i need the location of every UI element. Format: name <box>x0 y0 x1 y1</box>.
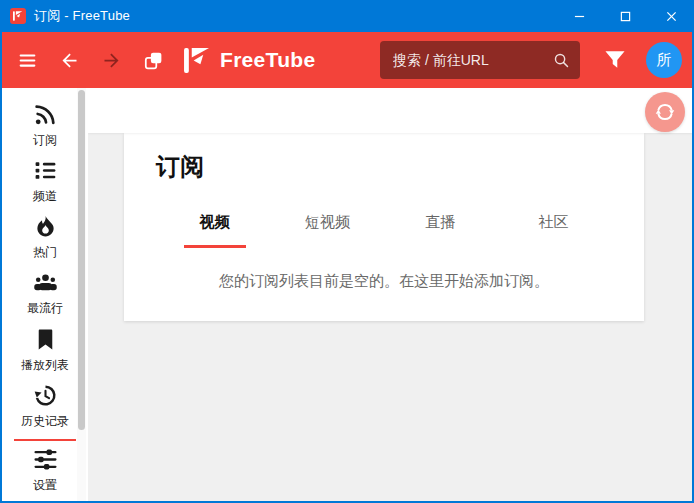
rss-icon <box>33 102 58 127</box>
funnel-icon <box>604 50 626 70</box>
sidebar: 订阅 频道 热门 最流行 播放列表 历史记录 <box>2 88 88 501</box>
clone-icon <box>143 50 164 71</box>
sidebar-item-subscriptions[interactable]: 订阅 <box>2 100 88 156</box>
subscription-tabs: 视频 短视频 直播 社区 <box>158 209 610 248</box>
maximize-button[interactable] <box>602 0 648 32</box>
sidebar-item-label: 播放列表 <box>21 357 69 374</box>
sidebar-item-channels[interactable]: 频道 <box>2 156 88 212</box>
users-icon <box>33 270 58 295</box>
arrow-left-icon <box>59 50 80 71</box>
list-icon <box>33 158 58 183</box>
sidebar-item-most-popular[interactable]: 最流行 <box>2 268 88 324</box>
fire-icon <box>33 214 58 239</box>
sidebar-item-playlists[interactable]: 播放列表 <box>2 325 88 381</box>
filter-button[interactable] <box>598 43 632 77</box>
minimize-button[interactable] <box>556 0 602 32</box>
sidebar-item-trending[interactable]: 热门 <box>2 212 88 268</box>
sidebar-item-label: 订阅 <box>33 132 57 149</box>
profile-button[interactable]: 所 <box>646 42 682 78</box>
search-input[interactable] <box>393 52 553 68</box>
refresh-icon <box>655 102 675 122</box>
logo-text: FreeTube <box>220 48 315 72</box>
tab-videos[interactable]: 视频 <box>158 209 271 248</box>
sidebar-item-label: 热门 <box>33 244 57 261</box>
tab-community[interactable]: 社区 <box>497 209 610 248</box>
sidebar-item-history[interactable]: 历史记录 <box>2 381 88 437</box>
hamburger-icon <box>17 50 38 71</box>
back-button[interactable] <box>52 43 86 77</box>
sidebar-item-label: 设置 <box>33 477 57 494</box>
menu-toggle-button[interactable] <box>10 43 44 77</box>
new-window-button[interactable] <box>136 43 170 77</box>
empty-subscriptions-message: 您的订阅列表目前是空的。在这里开始添加订阅。 <box>124 272 644 291</box>
toolbar: FreeTube 所 <box>0 32 694 88</box>
search-box[interactable] <box>380 41 580 79</box>
app-logo-icon <box>10 8 26 24</box>
subscriptions-card: 订阅 视频 短视频 直播 社区 您的订阅列表目前是空的。在这里开始添加订阅。 <box>124 133 644 321</box>
app-body: 订阅 频道 热门 最流行 播放列表 历史记录 <box>2 88 692 501</box>
sidebar-item-label: 历史记录 <box>21 413 69 430</box>
sliders-icon <box>33 447 58 472</box>
freetube-logo[interactable]: FreeTube <box>184 48 315 73</box>
window-title: 订阅 - FreeTube <box>34 7 130 25</box>
sidebar-divider <box>14 439 76 441</box>
refresh-subscriptions-button[interactable] <box>645 92 685 132</box>
arrow-right-icon <box>101 50 122 71</box>
page-title: 订阅 <box>156 151 644 183</box>
forward-button <box>94 43 128 77</box>
sidebar-scrollbar-thumb[interactable] <box>78 90 85 430</box>
sidebar-item-label: 频道 <box>33 188 57 205</box>
sidebar-scrollbar-track[interactable] <box>77 88 86 501</box>
main-content: 订阅 视频 短视频 直播 社区 您的订阅列表目前是空的。在这里开始添加订阅。 <box>88 88 692 501</box>
sidebar-item-settings[interactable]: 设置 <box>2 445 88 501</box>
top-bar <box>88 88 692 133</box>
close-button[interactable] <box>648 0 694 32</box>
freetube-flag-icon <box>184 48 211 73</box>
window-controls <box>556 0 694 32</box>
freetube-window: 订阅 - FreeTube FreeTube <box>0 0 694 503</box>
history-icon <box>33 383 58 408</box>
search-icon[interactable] <box>553 52 570 69</box>
tab-shorts[interactable]: 短视频 <box>271 209 384 248</box>
titlebar: 订阅 - FreeTube <box>0 0 694 32</box>
sidebar-item-label: 最流行 <box>27 300 63 317</box>
bookmark-icon <box>33 327 58 352</box>
tab-live[interactable]: 直播 <box>384 209 497 248</box>
profile-initial: 所 <box>657 51 672 70</box>
